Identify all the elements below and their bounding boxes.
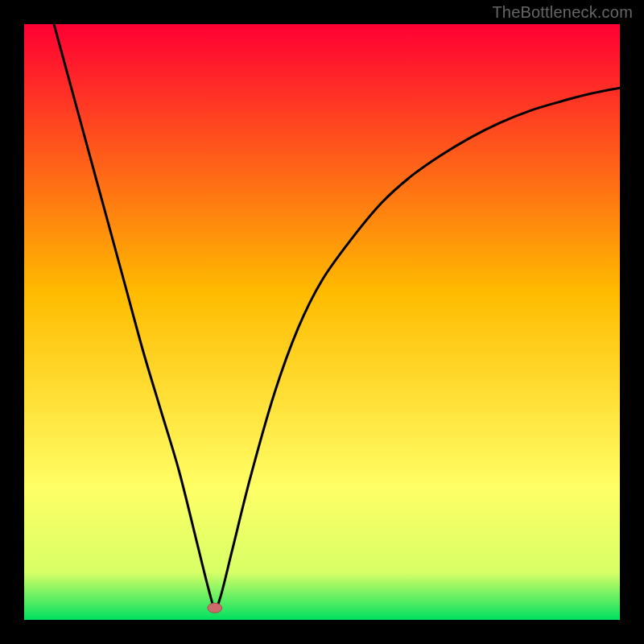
chart-background bbox=[24, 24, 620, 620]
minimum-marker bbox=[208, 603, 222, 613]
watermark-label: TheBottleneck.com bbox=[492, 3, 633, 22]
bottleneck-chart bbox=[24, 24, 620, 620]
